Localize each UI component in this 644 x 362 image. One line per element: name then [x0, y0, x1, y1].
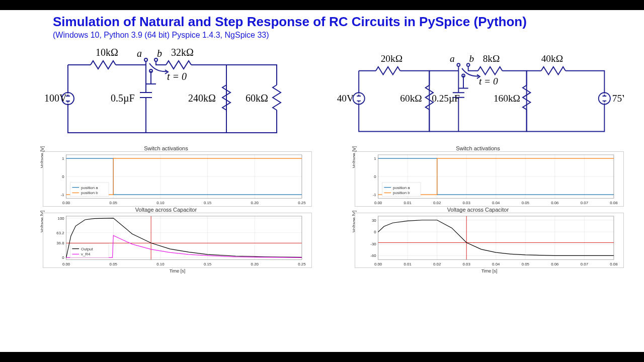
svg-text:0.00: 0.00 [374, 201, 382, 205]
svg-text:0.01: 0.01 [404, 262, 411, 266]
svg-text:0: 0 [62, 174, 64, 179]
c-label: 0.25µF [432, 93, 460, 104]
t0: t = 0 [167, 71, 187, 82]
chart-right-top: Switch activations Voltage [V] 0.000.010… [332, 145, 624, 207]
svg-text:0.10: 0.10 [156, 201, 165, 205]
svg-text:-1: -1 [61, 193, 64, 197]
svg-text:-60: -60 [370, 253, 376, 258]
sw-a: a [137, 48, 142, 59]
chart-right-bot: Voltage across Capacitor Voltage [V] 0.0… [332, 207, 624, 274]
svg-text:1: 1 [374, 156, 376, 161]
svg-point-1 [144, 58, 147, 61]
svg-text:0: 0 [62, 255, 64, 260]
svg-text:30: 30 [372, 218, 376, 223]
r1-label: 10kΩ [96, 47, 118, 58]
right-column: 20kΩ 8kΩ 40kΩ a b t = 0 60kΩ 0.25µF 160k… [332, 45, 624, 274]
svg-text:0.05: 0.05 [522, 201, 530, 205]
svg-text:0: 0 [374, 174, 376, 179]
page-title: Simulation of Natural and Step Response … [0, 10, 644, 31]
svg-text:0.05: 0.05 [110, 262, 118, 266]
r1-label: 20kΩ [381, 53, 403, 64]
svg-text:0.20: 0.20 [251, 262, 259, 266]
svg-text:-1: -1 [373, 193, 376, 197]
svg-point-56 [353, 93, 365, 104]
circuit-1: 10kΩ 32kΩ a b t = 0 0.5µF 100V 240kΩ 60k… [20, 45, 312, 145]
svg-text:0.15: 0.15 [204, 201, 212, 205]
svg-text:0.10: 0.10 [156, 262, 165, 266]
svg-text:0.03: 0.03 [463, 262, 471, 266]
left-column: 10kΩ 32kΩ a b t = 0 0.5µF 100V 240kΩ 60k… [20, 45, 312, 274]
svg-point-57 [599, 93, 610, 104]
svg-text:position a: position a [81, 186, 98, 190]
svg-point-58 [457, 63, 460, 66]
sw-b: b [157, 48, 162, 59]
page-subtitle: (Windows 10, Python 3.9 (64 bit) Pyspice… [0, 31, 644, 40]
svg-text:100: 100 [58, 216, 65, 221]
chart-left-top: Switch activations Voltage [V] 0.000.050… [20, 145, 312, 207]
page: Simulation of Natural and Step Response … [0, 10, 644, 352]
sw-b: b [469, 53, 474, 64]
svg-text:0: 0 [374, 230, 376, 234]
svg-text:0.07: 0.07 [581, 262, 588, 266]
svg-text:v_R4: v_R4 [81, 252, 91, 256]
svg-text:0.06: 0.06 [551, 201, 559, 205]
svg-text:0.03: 0.03 [463, 201, 471, 205]
svg-text:-30: -30 [370, 242, 376, 246]
svg-text:0.07: 0.07 [581, 201, 588, 205]
sw-a: a [450, 53, 455, 64]
svg-text:0.04: 0.04 [492, 201, 500, 205]
svg-text:63.2: 63.2 [56, 231, 64, 235]
svg-text:0.02: 0.02 [433, 201, 441, 205]
chart-title: Voltage across Capacitor [20, 207, 312, 213]
svg-text:0.00: 0.00 [62, 262, 70, 266]
r3-label: 40kΩ [541, 53, 563, 64]
chart-left-bot: Voltage across Capacitor Voltage [V] 0.0… [20, 207, 312, 274]
xlabel: Time [s] [355, 268, 624, 274]
r2-label: 8kΩ [483, 53, 500, 64]
svg-text:0.02: 0.02 [433, 262, 441, 266]
svg-text:0.15: 0.15 [204, 262, 212, 266]
svg-text:0.00: 0.00 [374, 262, 382, 266]
c-label: 0.5µF [111, 93, 135, 104]
chart-title: Switch activations [20, 145, 312, 151]
v2-label: 75V [612, 93, 624, 104]
r5-label: 160kΩ [494, 93, 520, 104]
svg-text:Output: Output [81, 247, 93, 251]
content: 10kΩ 32kΩ a b t = 0 0.5µF 100V 240kΩ 60k… [0, 40, 644, 274]
v1-label: 40V [337, 93, 354, 104]
svg-text:0.25: 0.25 [298, 262, 306, 266]
chart-title: Switch activations [332, 145, 624, 151]
t0: t = 0 [479, 76, 498, 86]
svg-text:position b: position b [81, 191, 98, 195]
left-charts: Switch activations Voltage [V] 0.000.050… [20, 145, 312, 274]
circuit-2: 20kΩ 8kΩ 40kΩ a b t = 0 60kΩ 0.25µF 160k… [332, 45, 624, 145]
svg-text:0.25: 0.25 [298, 201, 306, 205]
r4-label: 60kΩ [246, 93, 268, 104]
v-label: 100V [44, 93, 67, 104]
r4-label: 60kΩ [400, 93, 422, 104]
svg-text:0.01: 0.01 [404, 201, 411, 205]
svg-text:1: 1 [62, 156, 64, 161]
svg-text:0.05: 0.05 [110, 201, 118, 205]
xlabel: Time [s] [43, 268, 312, 274]
svg-text:position b: position b [393, 191, 410, 195]
right-charts: Switch activations Voltage [V] 0.000.010… [332, 145, 624, 274]
chart-title: Voltage across Capacitor [332, 207, 624, 213]
svg-text:36.8: 36.8 [56, 241, 64, 245]
svg-text:0.08: 0.08 [610, 201, 618, 205]
svg-text:0.04: 0.04 [492, 262, 500, 266]
svg-text:0.20: 0.20 [251, 201, 259, 205]
svg-text:position a: position a [393, 186, 410, 190]
r2-label: 32kΩ [171, 47, 194, 58]
svg-text:0.06: 0.06 [551, 262, 559, 266]
svg-text:0.05: 0.05 [522, 262, 530, 266]
svg-text:0.00: 0.00 [62, 201, 70, 205]
svg-text:0.08: 0.08 [610, 262, 618, 266]
r3-label: 240kΩ [188, 93, 216, 104]
